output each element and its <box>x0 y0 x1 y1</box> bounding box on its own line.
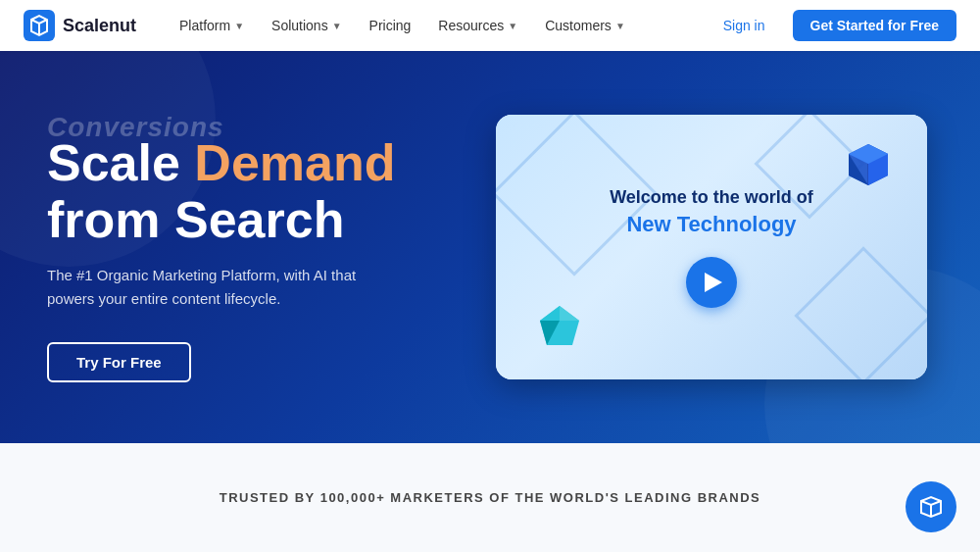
get-started-button[interactable]: Get Started for Free <box>793 10 956 41</box>
video-card[interactable]: Welcome to the world of New Technology <box>496 115 927 379</box>
pricing-label: Pricing <box>369 18 412 33</box>
nav-platform[interactable]: Platform ▼ <box>168 12 256 39</box>
resources-label: Resources <box>438 18 504 33</box>
logo-icon <box>24 10 55 41</box>
hero-title-line1: Scale <box>47 134 180 191</box>
gem-decoration <box>535 301 584 350</box>
nav-links: Platform ▼ Solutions ▼ Pricing Resources… <box>168 12 711 39</box>
customers-label: Customers <box>545 18 612 33</box>
platform-label: Platform <box>179 18 230 33</box>
trusted-section: TRUSTED BY 100,000+ MARKETERS OF THE WOR… <box>0 443 980 552</box>
platform-chevron-icon: ▼ <box>234 21 244 31</box>
floating-logo-icon <box>917 493 945 521</box>
video-tagline-text: New Technology <box>610 212 813 237</box>
svg-marker-4 <box>540 306 560 321</box>
hero-subtitle: The #1 Organic Marketing Platform, with … <box>47 264 380 311</box>
navbar: Scalenut Platform ▼ Solutions ▼ Pricing … <box>0 0 980 51</box>
nav-customers[interactable]: Customers ▼ <box>533 12 637 39</box>
solutions-label: Solutions <box>271 18 328 33</box>
svg-marker-2 <box>560 306 579 321</box>
customers-chevron-icon: ▼ <box>615 21 625 31</box>
nav-solutions[interactable]: Solutions ▼ <box>260 12 354 39</box>
play-button[interactable] <box>686 257 737 308</box>
cube-3d-decoration <box>839 134 898 193</box>
sign-in-button[interactable]: Sign in <box>711 12 777 39</box>
video-welcome-text: Welcome to the world of <box>610 187 813 208</box>
hero-left: Conversions Scale Demand from Search The… <box>47 112 490 381</box>
try-free-button[interactable]: Try For Free <box>47 342 191 382</box>
logo[interactable]: Scalenut <box>24 10 136 41</box>
video-content: Welcome to the world of New Technology <box>610 187 813 308</box>
nav-resources[interactable]: Resources ▼ <box>426 12 529 39</box>
nav-pricing[interactable]: Pricing <box>358 12 423 39</box>
play-triangle-icon <box>705 273 722 292</box>
resources-chevron-icon: ▼ <box>508 21 517 31</box>
hero-section: Conversions Scale Demand from Search The… <box>0 51 980 443</box>
hero-right: Welcome to the world of New Technology <box>490 115 933 379</box>
hero-title-highlight: Demand <box>194 134 395 191</box>
nav-right: Sign in Get Started for Free <box>711 10 956 41</box>
logo-text: Scalenut <box>63 16 136 36</box>
hero-title: Scale Demand from Search <box>47 135 490 247</box>
floating-logo-badge <box>906 481 956 532</box>
trusted-text: TRUSTED BY 100,000+ MARKETERS OF THE WOR… <box>220 490 761 505</box>
solutions-chevron-icon: ▼ <box>332 21 342 31</box>
hero-title-line2: from Search <box>47 191 344 248</box>
